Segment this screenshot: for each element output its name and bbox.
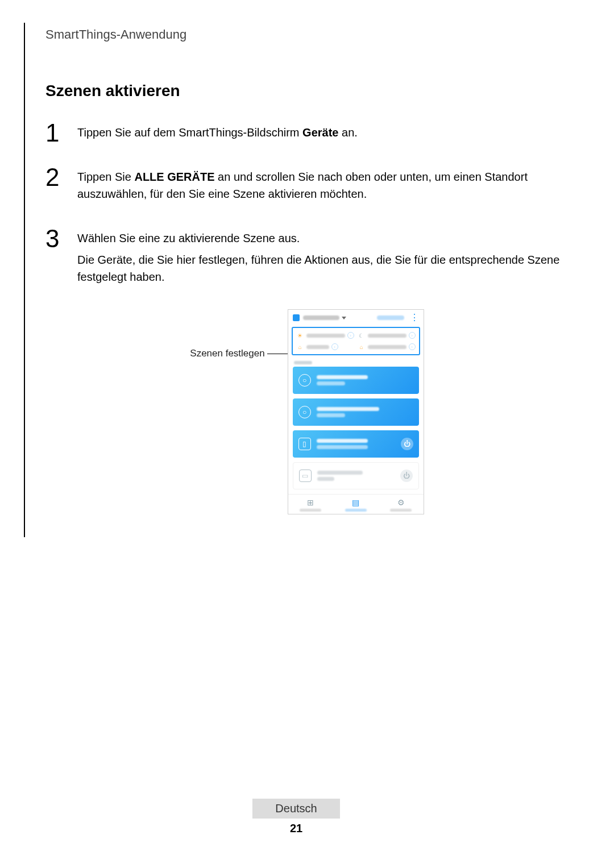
hub-icon: ○ bbox=[298, 406, 311, 418]
page-number: 21 bbox=[24, 822, 569, 835]
device-card[interactable]: ○ bbox=[293, 398, 419, 426]
section-heading: Szenen aktivieren bbox=[45, 82, 569, 100]
app-topbar: ⋮ bbox=[288, 310, 424, 325]
step-number: 3 bbox=[45, 226, 68, 251]
scene-item[interactable]: ☀ › bbox=[296, 331, 354, 339]
grid-icon[interactable] bbox=[293, 314, 300, 321]
step-text-fragment: an. bbox=[338, 126, 357, 139]
more-icon[interactable]: ⋮ bbox=[410, 315, 419, 321]
step-text: Tippen Sie ALLE GERÄTE an und scrollen S… bbox=[77, 165, 569, 207]
device-card[interactable]: ▯ ⏻ bbox=[293, 430, 419, 458]
devices-icon: ▤ bbox=[352, 498, 359, 507]
home-out-icon: ⌂ bbox=[296, 343, 304, 351]
tv-icon: ▭ bbox=[299, 470, 312, 482]
page-footer: Deutsch 21 bbox=[24, 799, 569, 835]
tab-automations[interactable]: ⚙ bbox=[378, 498, 423, 512]
step-text-fragment: Tippen Sie auf dem SmartThings-Bildschir… bbox=[77, 126, 302, 139]
power-icon[interactable]: ⏻ bbox=[401, 438, 413, 450]
tab-dashboard[interactable]: ⊞ bbox=[288, 498, 333, 512]
tab-label bbox=[390, 509, 412, 512]
scene-label bbox=[368, 334, 406, 338]
section-label bbox=[288, 360, 424, 367]
steps-list: 1 Tippen Sie auf dem SmartThings-Bildsch… bbox=[45, 121, 569, 290]
scene-label bbox=[306, 334, 345, 338]
callout-label: Szenen festlegen bbox=[190, 348, 287, 359]
step-number: 1 bbox=[45, 121, 68, 146]
chevron-down-icon[interactable] bbox=[342, 317, 346, 319]
scenes-panel: ☀ › ☾ › ⌂ › bbox=[292, 327, 420, 355]
home-in-icon: ⌂ bbox=[358, 343, 366, 351]
step-number: 2 bbox=[45, 165, 68, 190]
phone-mock: ⋮ ☀ › ☾ › bbox=[288, 309, 424, 514]
device-status bbox=[317, 477, 334, 481]
step-bold: Geräte bbox=[302, 126, 338, 139]
device-title bbox=[317, 375, 368, 379]
add-device-link[interactable] bbox=[377, 315, 404, 320]
device-title bbox=[317, 471, 363, 475]
device-status bbox=[317, 413, 345, 417]
scene-item[interactable]: ⌂ › bbox=[296, 343, 354, 351]
device-title bbox=[317, 439, 368, 443]
figure: Szenen festlegen ⋮ ☀ › bbox=[45, 309, 569, 514]
device-status bbox=[317, 445, 368, 449]
scene-run-icon[interactable]: › bbox=[409, 332, 416, 339]
scene-run-icon[interactable]: › bbox=[347, 332, 354, 339]
device-status bbox=[317, 381, 345, 385]
ac-icon: ▯ bbox=[298, 438, 311, 450]
tab-label bbox=[300, 509, 321, 512]
power-icon[interactable]: ⏻ bbox=[400, 470, 413, 482]
step-line: Die Geräte, die Sie hier festlegen, führ… bbox=[77, 251, 569, 285]
scene-run-icon[interactable]: › bbox=[409, 343, 416, 350]
scene-label bbox=[368, 345, 406, 349]
tab-label bbox=[345, 509, 367, 512]
hub-icon: ○ bbox=[298, 374, 311, 387]
step-text: Wählen Sie eine zu aktivierende Szene au… bbox=[77, 226, 569, 290]
scene-item[interactable]: ⌂ › bbox=[358, 343, 416, 351]
step-text: Tippen Sie auf dem SmartThings-Bildschir… bbox=[77, 121, 358, 146]
location-dropdown[interactable] bbox=[303, 315, 339, 320]
device-title bbox=[317, 407, 379, 411]
device-list: ○ ○ ▯ bbox=[288, 367, 424, 494]
dashboard-icon: ⊞ bbox=[307, 498, 314, 507]
sun-icon: ☀ bbox=[296, 331, 304, 339]
step-text-fragment: Tippen Sie bbox=[77, 171, 134, 183]
automations-icon: ⚙ bbox=[397, 498, 405, 507]
running-head: SmartThings-Anwendung bbox=[45, 27, 569, 42]
tab-devices[interactable]: ▤ bbox=[333, 498, 378, 512]
scene-item[interactable]: ☾ › bbox=[358, 331, 416, 339]
device-card[interactable]: ○ bbox=[293, 367, 419, 394]
footer-language: Deutsch bbox=[252, 799, 339, 819]
device-card[interactable]: ▭ ⏻ bbox=[293, 462, 419, 489]
scene-label bbox=[306, 345, 329, 349]
bottom-nav: ⊞ ▤ ⚙ bbox=[288, 494, 424, 514]
moon-icon: ☾ bbox=[358, 331, 366, 339]
step-line: Wählen Sie eine zu aktivierende Szene au… bbox=[77, 230, 569, 247]
step-bold: ALLE GERÄTE bbox=[134, 171, 214, 183]
scene-run-icon[interactable]: › bbox=[331, 343, 338, 350]
